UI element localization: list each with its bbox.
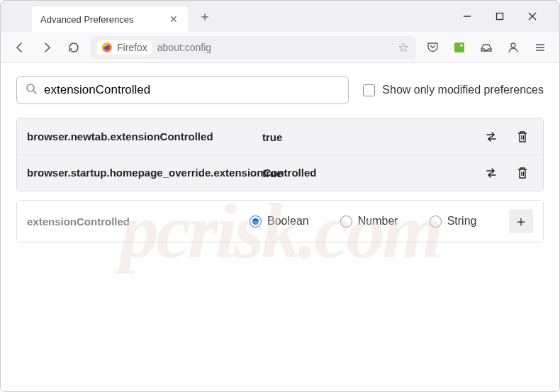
close-window-button[interactable] (521, 5, 544, 28)
delete-icon[interactable] (512, 162, 533, 184)
checkbox-icon (363, 84, 375, 96)
forward-button[interactable] (36, 37, 57, 58)
svg-point-7 (460, 44, 462, 46)
search-input[interactable] (44, 83, 340, 97)
reload-button[interactable] (63, 37, 84, 58)
radio-icon (430, 215, 442, 228)
extension-icon[interactable] (449, 37, 470, 58)
inbox-icon[interactable] (476, 37, 497, 58)
radio-icon (250, 215, 262, 228)
toggle-icon[interactable] (481, 126, 502, 147)
table-row[interactable]: browser.startup.homepage_override.extens… (17, 155, 543, 191)
radio-label: Boolean (267, 215, 309, 228)
new-pref-row: extensionControlled Boolean Number Strin… (17, 201, 543, 242)
titlebar: Advanced Preferences ✕ ＋ (1, 1, 559, 32)
close-tab-icon[interactable]: ✕ (168, 13, 179, 25)
bookmark-star-icon[interactable]: ☆ (398, 40, 409, 55)
new-tab-button[interactable]: ＋ (195, 6, 215, 26)
svg-point-8 (511, 43, 515, 47)
minimize-button[interactable] (456, 5, 478, 28)
add-pref-button[interactable]: ＋ (509, 209, 533, 233)
radio-label: Number (358, 215, 398, 228)
svg-rect-1 (497, 13, 503, 20)
account-icon[interactable] (503, 37, 524, 58)
new-pref-name: extensionControlled (27, 215, 240, 228)
browser-tab[interactable]: Advanced Preferences ✕ (32, 6, 188, 32)
type-radio-group: Boolean Number String (250, 215, 499, 228)
pref-value: true (262, 131, 472, 143)
pref-name: browser.startup.homepage_override.extens… (27, 166, 254, 180)
window-controls (456, 5, 559, 28)
show-modified-checkbox[interactable]: Show only modified preferences (363, 84, 544, 96)
delete-icon[interactable] (512, 126, 533, 147)
preferences-table: browser.newtab.extensionControlled true … (16, 118, 544, 191)
new-pref-box: extensionControlled Boolean Number Strin… (16, 200, 544, 242)
nav-toolbar: Firefox about:config ☆ (1, 32, 559, 63)
radio-number[interactable]: Number (340, 215, 398, 228)
maximize-button[interactable] (488, 5, 511, 28)
svg-line-13 (33, 91, 36, 94)
url-text: about:config (157, 42, 392, 53)
search-row: Show only modified preferences (16, 76, 544, 104)
radio-label: String (447, 215, 477, 228)
aboutconfig-content: Show only modified preferences browser.n… (1, 63, 559, 255)
search-icon (26, 83, 37, 97)
url-bar[interactable]: Firefox about:config ☆ (90, 36, 416, 59)
search-box[interactable] (16, 76, 349, 104)
svg-rect-6 (454, 43, 464, 52)
firefox-icon (101, 42, 113, 53)
pocket-icon[interactable] (422, 37, 443, 58)
pref-value: true (262, 167, 472, 179)
toggle-icon[interactable] (481, 162, 502, 184)
tab-title: Advanced Preferences (40, 14, 134, 25)
pref-name: browser.newtab.extensionControlled (27, 130, 254, 144)
show-modified-label: Show only modified preferences (382, 84, 544, 96)
radio-icon (340, 215, 352, 228)
row-actions (481, 126, 533, 147)
back-button[interactable] (9, 37, 30, 58)
identity-label: Firefox (117, 42, 147, 53)
radio-boolean[interactable]: Boolean (250, 215, 309, 228)
row-actions (481, 162, 533, 184)
table-row[interactable]: browser.newtab.extensionControlled true (17, 119, 543, 155)
site-identity[interactable]: Firefox (97, 40, 152, 55)
menu-button[interactable] (530, 37, 551, 58)
radio-string[interactable]: String (430, 215, 477, 228)
